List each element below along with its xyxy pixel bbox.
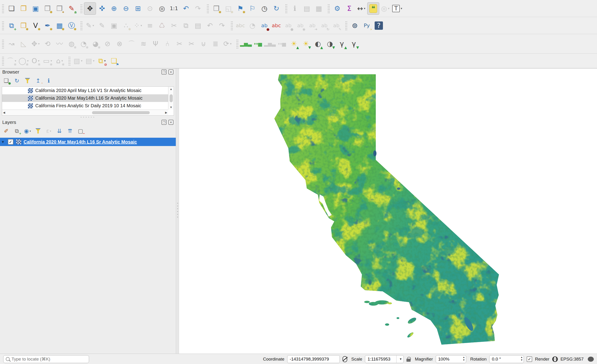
rectangle-dropdown-icon[interactable]: ▾ bbox=[51, 59, 52, 63]
annotation-pin-button[interactable]: ❏⚑ bbox=[108, 55, 120, 67]
browser-tree-item[interactable]: California 2020 April May L16 V1 Sr Anal… bbox=[2, 87, 174, 94]
layer-expander-icon[interactable]: ▾ bbox=[2, 139, 8, 144]
increase-gamma-button[interactable]: γ▲ bbox=[336, 38, 348, 50]
new-map-view-button[interactable]: ❒✱ bbox=[210, 2, 222, 15]
rotation-spinner[interactable]: 0.0 ° ▲▼ bbox=[489, 355, 524, 363]
toolbar-drag-handle[interactable] bbox=[80, 3, 83, 14]
rule-based-labeling-button[interactable]: abc bbox=[270, 19, 282, 32]
add-mssql-layer-button[interactable]: ▦✱ bbox=[54, 19, 65, 32]
select-features-dropdown-icon[interactable]: ▾ bbox=[81, 59, 83, 63]
zoom-in-button[interactable]: ⊕ bbox=[108, 2, 120, 15]
render-checkbox[interactable]: ✓ bbox=[527, 356, 532, 362]
filter-by-expression-dropdown-icon[interactable]: ▾ bbox=[50, 130, 51, 133]
select-by-value-dropdown-icon[interactable]: ▾ bbox=[93, 59, 94, 63]
panel-splitter[interactable] bbox=[0, 116, 176, 119]
pan-to-selection-button[interactable]: ✜ bbox=[96, 2, 108, 15]
panel-resize-handle[interactable] bbox=[176, 69, 179, 354]
deselect-all-layers-dropdown-icon[interactable]: ▾ bbox=[104, 59, 106, 63]
spin-up-icon[interactable]: ▲ bbox=[520, 356, 523, 359]
pan-map-button[interactable]: ✥ bbox=[84, 2, 96, 15]
spin-up-icon[interactable]: ▲ bbox=[463, 356, 465, 359]
locator-search[interactable] bbox=[3, 355, 89, 363]
measure-line-button[interactable]: ↔▾ bbox=[355, 2, 367, 15]
decrease-gamma-button[interactable]: γ▼ bbox=[348, 38, 360, 50]
locator-input[interactable] bbox=[12, 357, 86, 362]
map-tips-button[interactable]: ❝ bbox=[367, 2, 379, 15]
python-console-button[interactable]: Py› bbox=[361, 19, 373, 32]
text-annotation-button[interactable]: T▾ bbox=[391, 2, 403, 15]
zoom-full-button[interactable]: ⊞ bbox=[132, 2, 144, 15]
new-project-button[interactable]: ❏ bbox=[6, 2, 17, 15]
open-layer-styling-button[interactable]: ✐ bbox=[3, 127, 10, 135]
regular-polygon-dropdown-icon[interactable]: ▾ bbox=[61, 59, 63, 63]
circular-string-dropdown-icon[interactable]: ▾ bbox=[15, 59, 16, 63]
zoom-to-layer-button[interactable]: ◎ bbox=[156, 2, 168, 15]
layers-close-button[interactable]: ✕ bbox=[168, 120, 173, 125]
refresh-map-button[interactable]: ↻ bbox=[270, 2, 282, 15]
show-statistics-button[interactable]: Σ bbox=[343, 2, 355, 15]
add-virtual-layer-button[interactable]: Ⓥ✱ bbox=[65, 19, 78, 32]
toolbar-drag-handle[interactable] bbox=[328, 3, 330, 14]
decrease-contrast-button[interactable]: ◑▼ bbox=[324, 38, 336, 50]
style-manager-button[interactable]: ✎a bbox=[65, 2, 78, 15]
rotate-point-symbols-dropdown-icon[interactable]: ▾ bbox=[230, 42, 232, 46]
toolbar-drag-handle[interactable] bbox=[345, 21, 347, 31]
coordinate-input[interactable]: -14314798,3999379 bbox=[287, 355, 340, 363]
refresh-browser-button[interactable]: ↻ bbox=[13, 77, 20, 84]
browser-float-button[interactable]: ❐ bbox=[161, 70, 166, 74]
local-histogram-stretch-button[interactable]: ▂▅▃ bbox=[240, 38, 252, 50]
scrollbar-thumb[interactable] bbox=[92, 111, 150, 114]
browser-horizontal-scrollbar[interactable]: ◀ ▶ bbox=[2, 110, 168, 115]
browser-close-button[interactable]: ✕ bbox=[168, 70, 173, 74]
new-print-layout-button[interactable]: ❒✱ bbox=[41, 2, 54, 15]
expand-all-button[interactable]: ⇊ bbox=[56, 127, 63, 135]
show-spatial-bookmarks-button[interactable]: ⚐ bbox=[246, 2, 258, 15]
ellipse-dropdown-icon[interactable]: ▾ bbox=[38, 59, 40, 63]
zoom-last-button[interactable]: ↶ bbox=[180, 2, 192, 15]
toolbar-drag-handle[interactable] bbox=[80, 21, 83, 31]
scrollbar-thumb[interactable] bbox=[170, 94, 173, 102]
toolbar-drag-handle[interactable] bbox=[2, 56, 4, 66]
full-histogram-stretch-button[interactable]: ↔▅ bbox=[252, 38, 264, 50]
add-group-button[interactable]: ⧉+ bbox=[13, 127, 20, 135]
scale-combo[interactable]: 1:11675953 ▼ bbox=[365, 355, 404, 363]
metasearch-button[interactable]: ⊚ bbox=[349, 19, 361, 32]
save-project-button[interactable]: ▣ bbox=[30, 2, 41, 15]
collapse-all-layers-button[interactable]: ⇈ bbox=[66, 127, 73, 135]
messages-icon[interactable] bbox=[588, 357, 594, 362]
open-project-button[interactable]: ❐ bbox=[17, 2, 30, 15]
filter-legend-button[interactable] bbox=[35, 127, 41, 135]
vertex-tool-dropdown-icon[interactable]: ▾ bbox=[141, 24, 142, 27]
browser-tree-item[interactable]: California Fires Analytic Sr Daily 2019 … bbox=[2, 102, 174, 110]
circle-dropdown-icon[interactable]: ▾ bbox=[27, 59, 29, 63]
annotations-dropdown-icon[interactable]: ▾ bbox=[388, 7, 390, 10]
toolbar-drag-handle[interactable] bbox=[285, 3, 287, 14]
chevron-down-icon[interactable]: ▼ bbox=[396, 356, 402, 363]
lock-scale-icon[interactable] bbox=[407, 359, 411, 362]
collapse-all-button[interactable]: ↥∙ bbox=[35, 77, 41, 84]
scroll-up-icon[interactable]: ▲ bbox=[170, 87, 173, 91]
spin-down-icon[interactable]: ▼ bbox=[463, 359, 465, 362]
add-wms-layer-button[interactable]: ❒✱ bbox=[17, 19, 30, 32]
current-edits-dropdown-icon[interactable]: ▾ bbox=[93, 24, 94, 27]
scroll-left-icon[interactable]: ◀ bbox=[3, 111, 5, 114]
toolbar-drag-handle[interactable] bbox=[231, 21, 233, 31]
remove-layer-button[interactable]: ▢− bbox=[77, 127, 84, 135]
toolbar-drag-handle[interactable] bbox=[236, 39, 238, 49]
increase-contrast-button[interactable]: ◐▲ bbox=[312, 38, 324, 50]
layer-labeling-button[interactable]: ab● bbox=[258, 19, 270, 32]
deselect-all-layers-button[interactable]: ⧉⊘▾ bbox=[96, 55, 108, 67]
mouse-position-toggle-icon[interactable] bbox=[343, 356, 347, 362]
add-selected-layers-button[interactable]: ❏● bbox=[3, 77, 10, 84]
temporal-controller-button[interactable]: ◷ bbox=[258, 2, 270, 15]
toolbar-drag-handle[interactable] bbox=[2, 21, 4, 31]
magnifier-spinner[interactable]: 100% ▲▼ bbox=[436, 355, 466, 363]
spin-down-icon[interactable]: ▼ bbox=[520, 359, 523, 362]
zoom-native-button[interactable]: 1:1 bbox=[168, 2, 180, 15]
toolbar-drag-handle[interactable] bbox=[68, 56, 71, 66]
filter-browser-button[interactable] bbox=[24, 77, 31, 84]
layer-visibility-checkbox[interactable]: ✓ bbox=[8, 139, 13, 145]
processing-toolbox-button[interactable]: ⚙ bbox=[331, 2, 343, 15]
help-button[interactable]: ? bbox=[373, 19, 385, 32]
show-layout-manager-button[interactable]: ❒✦ bbox=[54, 2, 65, 15]
